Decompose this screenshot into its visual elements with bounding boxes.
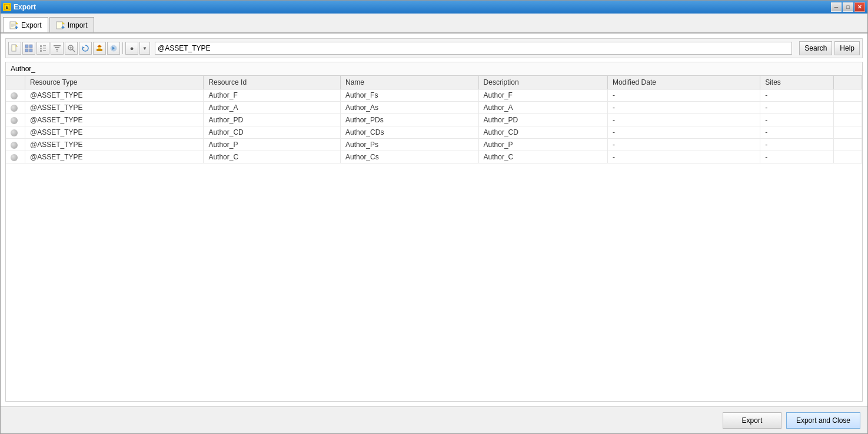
minimize-button[interactable]: ─ [831, 2, 842, 12]
row-checkbox-cell [6, 139, 25, 151]
filter-button[interactable] [51, 42, 64, 55]
export-close-button[interactable]: Export and Close [786, 412, 860, 429]
description-cell: Author_A [478, 102, 607, 114]
main-window: E Export ─ □ ✕ Export [0, 0, 868, 434]
col-header-extra [833, 76, 862, 89]
description-cell: Author_PD [478, 114, 607, 126]
svg-rect-23 [54, 45, 61, 46]
description-cell: Author_CD [478, 126, 607, 139]
svg-rect-26 [56, 51, 58, 52]
modified-date-cell: - [607, 151, 760, 163]
table-row[interactable]: @ASSET_TYPEAuthor_CDAuthor_CDsAuthor_CD-… [6, 126, 862, 139]
toolbar-separator-1 [122, 42, 123, 54]
svg-marker-31 [82, 46, 85, 49]
app-icon: E [3, 3, 11, 11]
upload-button[interactable] [93, 42, 106, 55]
svg-rect-20 [43, 48, 46, 49]
col-header-resource-type: Resource Type [25, 76, 204, 89]
grid-view-button[interactable] [22, 42, 35, 55]
svg-rect-24 [55, 47, 59, 48]
name-cell: Author_Ps [341, 139, 479, 151]
row-status-icon [11, 142, 18, 149]
tab-import-label: Import [68, 21, 88, 29]
close-button[interactable]: ✕ [854, 2, 865, 12]
svg-rect-21 [40, 50, 42, 52]
resource-type-cell: @ASSET_TYPE [25, 151, 204, 163]
detail-view-button[interactable] [36, 42, 49, 55]
content-area: ● ▼ Search Help Author_ Resource Type [1, 34, 867, 406]
svg-marker-34 [97, 45, 102, 47]
resource-type-cell: @ASSET_TYPE [25, 89, 204, 102]
extra-cell [833, 102, 862, 114]
col-header-name: Name [341, 76, 479, 89]
table-row[interactable]: @ASSET_TYPEAuthor_FAuthor_FsAuthor_F-- [6, 89, 862, 102]
more-options-button[interactable]: ● [125, 42, 138, 55]
search-input[interactable] [155, 42, 792, 55]
svg-marker-12 [16, 45, 18, 46]
export-arrow-button[interactable] [107, 42, 120, 55]
table-row[interactable]: @ASSET_TYPEAuthor_CAuthor_CsAuthor_C-- [6, 151, 862, 163]
resource-id-cell: Author_P [204, 139, 341, 151]
sites-cell: - [760, 89, 833, 102]
table-row[interactable]: @ASSET_TYPEAuthor_AAuthor_AsAuthor_A-- [6, 102, 862, 114]
svg-rect-22 [43, 50, 46, 51]
name-cell: Author_CDs [341, 126, 479, 139]
search-filter-button[interactable] [65, 42, 78, 55]
toolbar: ● ▼ Search Help [5, 38, 863, 58]
tab-export-label: Export [21, 21, 42, 29]
row-status-icon [11, 92, 18, 99]
modified-date-cell: - [607, 139, 760, 151]
svg-rect-15 [25, 49, 28, 52]
export-button[interactable]: Export [723, 412, 781, 429]
resource-id-cell: Author_A [204, 102, 341, 114]
col-header-checkbox [6, 76, 25, 89]
new-file-button[interactable] [8, 42, 21, 55]
row-checkbox-cell [6, 151, 25, 163]
svg-text:E: E [6, 5, 9, 9]
row-status-icon [11, 129, 18, 136]
name-cell: Author_As [341, 102, 479, 114]
col-header-modified-date: Modified Date [607, 76, 760, 89]
col-header-description: Description [478, 76, 607, 89]
results-table: Resource Type Resource Id Name Descripti… [6, 76, 862, 163]
refresh-button[interactable] [79, 42, 92, 55]
tab-bar: Export Import [1, 14, 867, 34]
table-row[interactable]: @ASSET_TYPEAuthor_PDAuthor_PDsAuthor_PD-… [6, 114, 862, 126]
filter-bar: Author_ [5, 62, 863, 75]
table-container: Resource Type Resource Id Name Descripti… [5, 75, 863, 402]
help-button[interactable]: Help [834, 41, 860, 55]
name-cell: Author_Fs [341, 89, 479, 102]
resource-type-cell: @ASSET_TYPE [25, 126, 204, 139]
svg-marker-9 [62, 22, 65, 24]
svg-rect-18 [43, 45, 46, 46]
row-status-icon [11, 105, 18, 112]
svg-rect-25 [56, 49, 58, 50]
tab-import[interactable]: Import [49, 17, 94, 32]
svg-rect-14 [29, 45, 32, 48]
svg-rect-8 [56, 22, 62, 29]
table-body: @ASSET_TYPEAuthor_FAuthor_FsAuthor_F--@A… [6, 89, 862, 163]
svg-rect-32 [97, 49, 102, 51]
svg-line-28 [72, 49, 75, 52]
svg-rect-16 [29, 49, 32, 52]
sites-cell: - [760, 102, 833, 114]
search-button[interactable]: Search [799, 41, 832, 55]
dropdown-arrow-button[interactable]: ▼ [139, 42, 150, 55]
extra-cell [833, 89, 862, 102]
maximize-button[interactable]: □ [843, 2, 853, 12]
resource-type-cell: @ASSET_TYPE [25, 139, 204, 151]
extra-cell [833, 126, 862, 139]
svg-rect-17 [40, 45, 42, 47]
sites-cell: - [760, 114, 833, 126]
name-cell: Author_Cs [341, 151, 479, 163]
svg-marker-3 [16, 22, 18, 24]
footer: Export Export and Close [1, 406, 867, 433]
table-row[interactable]: @ASSET_TYPEAuthor_PAuthor_PsAuthor_P-- [6, 139, 862, 151]
extra-cell [833, 151, 862, 163]
title-bar-controls: ─ □ ✕ [831, 2, 865, 12]
table-header-row: Resource Type Resource Id Name Descripti… [6, 76, 862, 89]
tab-export[interactable]: Export [3, 17, 48, 32]
sites-cell: - [760, 126, 833, 139]
row-checkbox-cell [6, 114, 25, 126]
row-checkbox-cell [6, 89, 25, 102]
